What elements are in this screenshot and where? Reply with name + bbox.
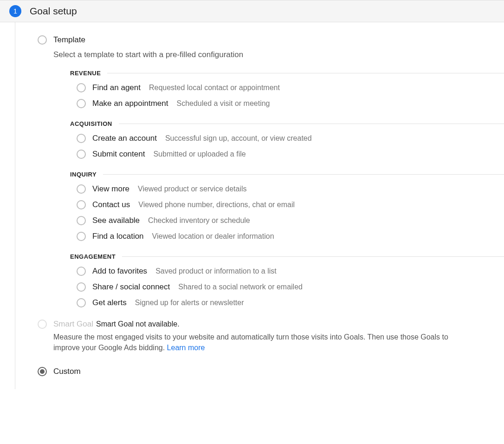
radio-template-option[interactable] bbox=[77, 216, 86, 225]
template-option-label: Create an account bbox=[92, 134, 157, 143]
template-option-row: Get alertsSigned up for alerts or newsle… bbox=[77, 298, 504, 307]
step-number-badge: 1 bbox=[9, 5, 21, 17]
group-title: ENGAGEMENT bbox=[70, 253, 116, 260]
smart-goal-description: Measure the most engaged visits to your … bbox=[53, 332, 469, 353]
template-option-desc: Checked inventory or schedule bbox=[148, 216, 250, 225]
template-option-row: View moreViewed product or service detai… bbox=[77, 184, 504, 194]
template-option-desc: Saved product or information to a list bbox=[155, 267, 277, 275]
divider bbox=[103, 174, 504, 175]
option-template-label: Template bbox=[53, 35, 85, 45]
template-option-desc: Shared to a social network or emailed bbox=[178, 283, 303, 291]
group-header: ENGAGEMENT bbox=[70, 253, 504, 260]
template-option-row: Share / social connectShared to a social… bbox=[77, 282, 504, 292]
template-option-label: Get alerts bbox=[92, 298, 127, 307]
step-header[interactable]: 1 Goal setup bbox=[0, 0, 504, 22]
group-items: Find an agentRequested local contact or … bbox=[77, 83, 504, 108]
template-option-row: Submit contentSubmitted or uploaded a fi… bbox=[77, 150, 504, 159]
template-option-row: See availableChecked inventory or schedu… bbox=[77, 216, 504, 225]
template-option-row: Contact usViewed phone number, direction… bbox=[77, 200, 504, 209]
group-header: ACQUISITION bbox=[70, 120, 504, 127]
option-custom-row: Custom bbox=[38, 367, 504, 376]
group-header: INQUIRY bbox=[70, 171, 504, 178]
template-groups: REVENUEFind an agentRequested local cont… bbox=[70, 70, 504, 307]
template-option-row: Find a locationViewed location or dealer… bbox=[77, 232, 504, 241]
template-option-label: Find a location bbox=[92, 232, 144, 241]
radio-smart-goal bbox=[38, 320, 47, 329]
option-smart-goal: Smart Goal Smart Goal not available. Mea… bbox=[38, 320, 469, 353]
group-items: Add to favoritesSaved product or informa… bbox=[77, 267, 504, 307]
radio-custom[interactable] bbox=[38, 367, 47, 376]
step-body: Template Select a template to start with… bbox=[15, 22, 504, 389]
template-option-desc: Scheduled a visit or meeting bbox=[177, 99, 270, 108]
option-custom-label: Custom bbox=[53, 367, 81, 376]
radio-template-option[interactable] bbox=[77, 298, 86, 307]
radio-template[interactable] bbox=[38, 35, 47, 45]
radio-template-option[interactable] bbox=[77, 184, 86, 194]
template-option-desc: Submitted or uploaded a file bbox=[153, 150, 246, 158]
template-group: ACQUISITIONCreate an accountSuccessful s… bbox=[70, 120, 504, 159]
template-option-label: Find an agent bbox=[92, 83, 141, 92]
template-option-label: Make an appointment bbox=[92, 99, 168, 108]
option-template-row: Template bbox=[38, 35, 504, 45]
option-smart-goal-label: Smart Goal bbox=[53, 320, 93, 329]
template-option-label: Share / social connect bbox=[92, 282, 170, 292]
template-option-desc: Successful sign up, account, or view cre… bbox=[165, 134, 312, 143]
template-option-label: Contact us bbox=[92, 200, 130, 209]
group-title: REVENUE bbox=[70, 70, 101, 77]
radio-template-option[interactable] bbox=[77, 282, 86, 292]
template-option-row: Add to favoritesSaved product or informa… bbox=[77, 267, 504, 276]
group-items: View moreViewed product or service detai… bbox=[77, 184, 504, 241]
template-option-desc: Viewed location or dealer information bbox=[152, 232, 274, 241]
template-option-desc: Requested local contact or appointment bbox=[149, 84, 280, 92]
template-option-row: Find an agentRequested local contact or … bbox=[77, 83, 504, 92]
template-group: INQUIRYView moreViewed product or servic… bbox=[70, 171, 504, 241]
group-title: INQUIRY bbox=[70, 171, 97, 178]
template-option-label: View more bbox=[92, 184, 129, 194]
template-option-label: Submit content bbox=[92, 150, 145, 159]
radio-template-option[interactable] bbox=[77, 83, 86, 92]
radio-template-option[interactable] bbox=[77, 200, 86, 209]
template-helper-text: Select a template to start with a pre-fi… bbox=[53, 50, 504, 59]
template-group: REVENUEFind an agentRequested local cont… bbox=[70, 70, 504, 108]
template-group: ENGAGEMENTAdd to favoritesSaved product … bbox=[70, 253, 504, 307]
radio-template-option[interactable] bbox=[77, 267, 86, 276]
radio-template-option[interactable] bbox=[77, 134, 86, 143]
divider bbox=[122, 256, 504, 257]
group-title: ACQUISITION bbox=[70, 120, 112, 127]
template-option-desc: Signed up for alerts or newsletter bbox=[135, 299, 244, 307]
template-option-row: Make an appointmentScheduled a visit or … bbox=[77, 99, 504, 108]
divider bbox=[119, 124, 504, 124]
divider bbox=[107, 73, 504, 73]
step-title: Goal setup bbox=[30, 6, 77, 17]
learn-more-link[interactable]: Learn more bbox=[167, 344, 205, 352]
group-items: Create an accountSuccessful sign up, acc… bbox=[77, 134, 504, 159]
smart-goal-desc-text: Measure the most engaged visits to your … bbox=[53, 333, 448, 352]
template-option-row: Create an accountSuccessful sign up, acc… bbox=[77, 134, 504, 143]
template-option-desc: Viewed product or service details bbox=[138, 185, 247, 193]
template-option-label: Add to favorites bbox=[92, 267, 147, 276]
template-option-label: See available bbox=[92, 216, 140, 225]
smart-goal-unavailable-text: Smart Goal not available. bbox=[96, 320, 180, 328]
radio-template-option[interactable] bbox=[77, 232, 86, 241]
radio-template-option[interactable] bbox=[77, 99, 86, 108]
template-option-desc: Viewed phone number, directions, chat or… bbox=[138, 201, 295, 209]
group-header: REVENUE bbox=[70, 70, 504, 77]
radio-template-option[interactable] bbox=[77, 150, 86, 159]
